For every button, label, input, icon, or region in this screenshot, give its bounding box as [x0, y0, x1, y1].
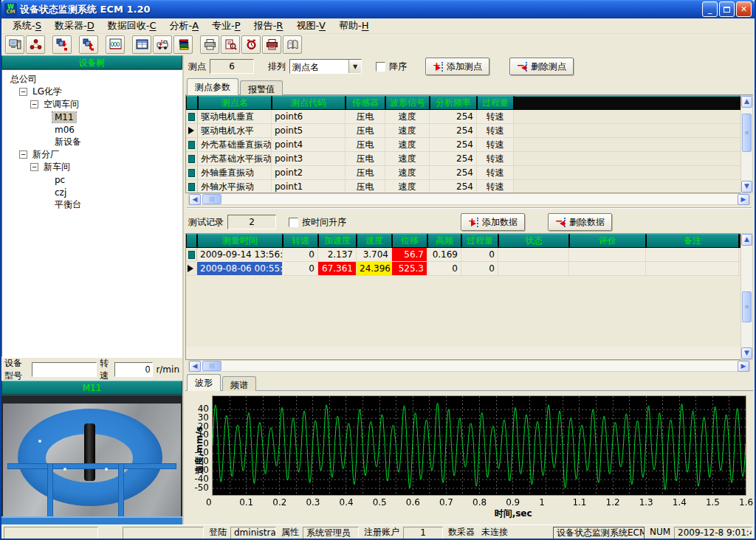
sort-dropdown[interactable]: 测点名 ▼: [289, 59, 362, 74]
tree-node-label[interactable]: pc: [52, 175, 67, 185]
column-header[interactable]: 加速度: [318, 234, 357, 248]
column-header[interactable]: 传感器: [346, 96, 385, 110]
menu-item[interactable]: 分析-A: [162, 18, 205, 34]
scroll-up-icon[interactable]: ▲: [741, 234, 752, 246]
record-row[interactable]: 2009-08-06 00:55:05067.36124.396525.300: [186, 262, 740, 276]
add-point-button[interactable]: + 添加测点: [425, 58, 489, 75]
tree-node-新分厂[interactable]: −新分厂: [4, 148, 180, 161]
logbook-button[interactable]: [283, 35, 302, 54]
scroll-down-icon[interactable]: ▼: [741, 181, 752, 193]
scrollbar-thumb[interactable]: |||: [202, 194, 221, 204]
tree-node-label[interactable]: m06: [52, 125, 77, 135]
tree-node-label[interactable]: M11: [52, 112, 76, 122]
tree-node-label[interactable]: 总公司: [8, 73, 39, 86]
menu-item[interactable]: 报告-R: [247, 18, 290, 34]
tree-node-总公司[interactable]: 总公司: [4, 73, 180, 86]
add-data-button[interactable]: + 添加数据: [461, 213, 525, 231]
menu-item[interactable]: 数采器-D: [48, 18, 101, 34]
report-list-button[interactable]: [173, 35, 193, 54]
collapse-icon[interactable]: −: [19, 150, 27, 159]
records-table-vscrollbar[interactable]: ▲ ≡ ▼: [740, 233, 753, 360]
print-report-button[interactable]: [262, 35, 281, 54]
column-header[interactable]: 状态: [498, 234, 569, 248]
menu-item[interactable]: 专业-P: [205, 18, 247, 34]
wave-tab-波形[interactable]: 波形: [187, 374, 221, 391]
tree-node-m06[interactable]: m06: [4, 123, 180, 136]
tree-node-LG化学[interactable]: −LG化学: [4, 86, 180, 98]
upload-button[interactable]: [79, 35, 98, 54]
points-tab-测点参数[interactable]: 测点参数: [187, 78, 238, 95]
close-button[interactable]: ✕: [736, 1, 752, 17]
scroll-left-icon[interactable]: ◀: [189, 194, 201, 205]
tree-node-label[interactable]: 新设备: [52, 136, 83, 148]
column-header[interactable]: 波形信号: [385, 96, 430, 110]
scrollbar-thumb[interactable]: |||: [202, 361, 221, 371]
print-preview-button[interactable]: [221, 35, 240, 54]
column-header[interactable]: 评价: [569, 234, 646, 248]
tree-node-label[interactable]: LG化学: [30, 86, 64, 98]
tree-node-label[interactable]: 空调车间: [41, 98, 81, 111]
tree-node-label[interactable]: 平衡台: [52, 198, 83, 211]
download-button[interactable]: [52, 35, 72, 54]
point-row[interactable]: 驱动电机水平point5压电速度254转速: [186, 124, 740, 138]
collapse-icon[interactable]: −: [30, 100, 38, 108]
points-tab-报警值[interactable]: 报警值: [240, 80, 283, 95]
tree-node-空调车间[interactable]: −空调车间: [4, 98, 180, 111]
ascending-checkbox[interactable]: [289, 218, 298, 227]
scroll-left-icon[interactable]: ◀: [189, 361, 201, 372]
column-header[interactable]: 备注: [646, 234, 739, 248]
scroll-down-icon[interactable]: ▼: [741, 347, 752, 359]
scroll-up-icon[interactable]: ▲: [741, 96, 752, 108]
delete-data-button[interactable]: − 删除数据: [548, 213, 612, 231]
scrollbar-thumb[interactable]: ≡: [742, 114, 752, 152]
tree-node-label[interactable]: czj: [52, 187, 69, 198]
column-header[interactable]: 测点代码: [272, 96, 346, 110]
column-header[interactable]: 位移: [392, 234, 427, 248]
tree-node-pc[interactable]: pc: [4, 173, 180, 186]
delete-point-button[interactable]: − 删除测点: [509, 58, 574, 75]
alarm-car-button[interactable]: [153, 35, 172, 54]
descending-checkbox[interactable]: [376, 62, 385, 72]
scroll-right-icon[interactable]: ▶: [738, 361, 749, 372]
tree-node-平衡台[interactable]: 平衡台: [4, 198, 180, 211]
point-row[interactable]: 外轴垂直振动point2压电速度254转速: [186, 166, 740, 180]
column-header[interactable]: 分析频率: [430, 96, 477, 110]
minimize-button[interactable]: _: [702, 1, 718, 17]
point-row[interactable]: 外轴水平振动point1压电速度254转速: [186, 180, 740, 193]
printer-button[interactable]: [200, 35, 219, 54]
tree-node-label[interactable]: 新分厂: [30, 148, 61, 161]
collapse-icon[interactable]: −: [19, 88, 27, 96]
scrollbar-thumb[interactable]: ≡: [742, 291, 752, 322]
tree-node-label[interactable]: 新车间: [41, 161, 72, 173]
column-header[interactable]: 过程量: [461, 234, 498, 248]
column-header[interactable]: 速度: [357, 234, 392, 248]
menu-item[interactable]: 系统-S: [6, 18, 48, 34]
wave-tab-频谱[interactable]: 频谱: [222, 376, 256, 391]
records-table-hscrollbar[interactable]: ◀ ||| ▶: [188, 360, 750, 372]
tree-node-新设备[interactable]: 新设备: [4, 136, 180, 148]
speed-input[interactable]: [114, 362, 153, 377]
collapse-icon[interactable]: −: [30, 163, 38, 171]
record-row[interactable]: 2009-09-14 13:56:0202.1373.70456.70.1690: [186, 248, 740, 262]
column-header[interactable]: 测点名: [198, 96, 272, 110]
computer-button[interactable]: [5, 35, 24, 54]
network-button[interactable]: [26, 35, 45, 54]
tree-node-M11[interactable]: M11: [4, 111, 180, 123]
model-input[interactable]: [32, 362, 97, 377]
monitor-table-button[interactable]: [132, 35, 151, 54]
points-table-hscrollbar[interactable]: ◀ ||| ▶: [188, 193, 750, 205]
menu-item[interactable]: 帮助-H: [332, 18, 375, 34]
points-table-vscrollbar[interactable]: ▲ ≡ ▼: [740, 95, 753, 193]
point-row[interactable]: 外壳基础水平振动point3压电速度254转速: [186, 152, 740, 166]
tree-node-新车间[interactable]: −新车间: [4, 161, 180, 173]
scroll-right-icon[interactable]: ▶: [738, 194, 749, 205]
restore-button[interactable]: [719, 1, 735, 17]
point-row[interactable]: 外壳基础垂直振动point4压电速度254转速: [186, 138, 740, 152]
menu-item[interactable]: 数据回收-C: [101, 18, 163, 34]
tree-node-czj[interactable]: czj: [4, 186, 180, 198]
column-header[interactable]: 过程量: [477, 96, 514, 110]
column-header[interactable]: 转速: [283, 234, 318, 248]
column-header[interactable]: 测量时间: [197, 234, 283, 248]
chevron-down-icon[interactable]: ▼: [348, 60, 361, 73]
menu-item[interactable]: 视图-V: [289, 18, 332, 34]
